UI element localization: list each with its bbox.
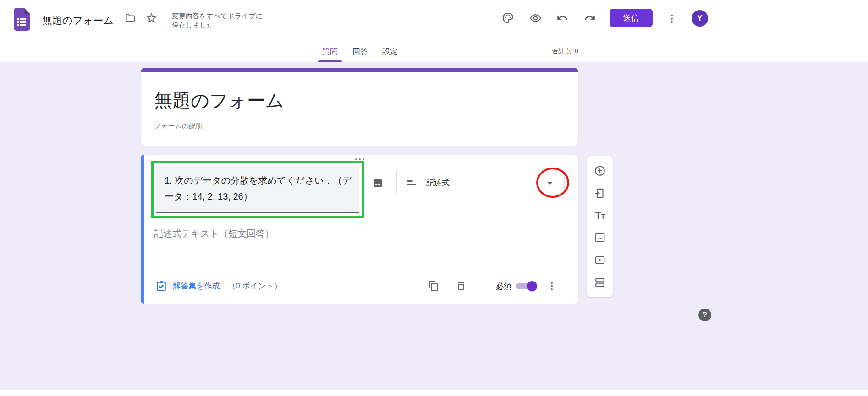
- copy-icon: [428, 281, 439, 292]
- answer-key-icon: [155, 280, 167, 292]
- form-canvas: 無題のフォーム フォームの説明 1. 次のデータの分散を求めてください．（デ ー…: [0, 62, 868, 390]
- duplicate-question-button[interactable]: [425, 277, 442, 295]
- theme-color-bar: [141, 68, 578, 72]
- image-icon: [594, 232, 606, 244]
- account-avatar[interactable]: Y: [692, 10, 708, 27]
- question-more-button[interactable]: [543, 277, 560, 295]
- form-title-card: 無題のフォーム フォームの説明: [141, 68, 578, 146]
- green-annotation-box: 1. 次のデータの分散を求めてください．（デ ータ：14, 2, 13, 26）: [151, 161, 364, 218]
- form-description-input[interactable]: フォームの説明: [154, 122, 203, 130]
- import-questions-button[interactable]: [591, 184, 609, 202]
- required-toggle[interactable]: [516, 280, 538, 292]
- header: 無題のフォーム 変更内容をすべてドライブに 保存しました: [0, 0, 868, 41]
- save-status: 変更内容をすべてドライブに 保存しました: [172, 11, 263, 30]
- question-type-dropdown[interactable]: 記述式: [396, 170, 565, 195]
- answer-underline: [154, 241, 360, 241]
- section-icon: [594, 277, 606, 288]
- question-title-input[interactable]: 1. 次のデータの分散を求めてください．（デ ータ：14, 2, 13, 26）: [156, 166, 359, 213]
- required-label: 必須: [496, 281, 511, 292]
- chevron-down-icon: [547, 182, 553, 185]
- document-title[interactable]: 無題のフォーム: [42, 0, 114, 41]
- add-question-button[interactable]: [591, 162, 609, 180]
- add-circle-icon: [594, 165, 606, 177]
- folder-icon: [125, 12, 136, 23]
- google-forms-editor: 無題のフォーム 変更内容をすべてドライブに 保存しました: [0, 0, 868, 396]
- add-video-button[interactable]: [591, 251, 609, 269]
- question-title-line2: ータ：14, 2, 13, 26）: [165, 189, 351, 205]
- kebab-menu-icon: [666, 13, 677, 24]
- tab-questions[interactable]: 質問: [320, 41, 340, 62]
- redo-icon: [584, 12, 596, 24]
- delete-question-button[interactable]: [452, 277, 470, 295]
- toggle-thumb: [527, 281, 537, 291]
- trash-icon: [456, 281, 467, 292]
- theme-button[interactable]: [498, 8, 518, 28]
- add-title-text-button[interactable]: TT: [591, 206, 609, 225]
- move-folder-button[interactable]: [120, 8, 140, 28]
- question-type-label: 記述式: [426, 170, 450, 195]
- undo-icon: [556, 12, 568, 24]
- total-points: 合計点: 0: [552, 47, 578, 55]
- star-icon: [145, 12, 158, 24]
- import-questions-icon: [594, 187, 606, 199]
- answer-key-label[interactable]: 解答集を作成: [173, 281, 220, 291]
- tab-settings[interactable]: 設定: [380, 41, 400, 62]
- help-button[interactable]: ?: [698, 309, 711, 321]
- drag-handle-icon[interactable]: [141, 158, 578, 160]
- short-answer-placeholder[interactable]: 記述式テキスト（短文回答）: [154, 228, 274, 240]
- palette-icon: [502, 12, 514, 24]
- undo-button[interactable]: [552, 8, 572, 28]
- help-icon: ?: [703, 311, 707, 319]
- active-tab-underline: [318, 60, 342, 62]
- add-image-button[interactable]: [591, 228, 609, 247]
- card-divider: [152, 267, 567, 267]
- send-button[interactable]: 送信: [610, 9, 653, 27]
- tab-bar: 質問 回答 設定 合計点: 0: [0, 41, 868, 62]
- kebab-menu-icon: [546, 281, 557, 292]
- tab-responses[interactable]: 回答: [350, 41, 370, 62]
- bottom-strip: [0, 390, 868, 396]
- forms-logo-icon[interactable]: [12, 8, 30, 31]
- answer-key-button[interactable]: [154, 278, 169, 294]
- image-icon: [372, 178, 383, 189]
- star-button[interactable]: [141, 8, 161, 28]
- redo-button[interactable]: [580, 8, 600, 28]
- short-answer-icon: [407, 179, 418, 187]
- header-more-button[interactable]: [663, 10, 681, 28]
- footer-separator: [484, 277, 484, 295]
- question-card: 1. 次のデータの分散を求めてください．（デ ータ：14, 2, 13, 26）…: [141, 155, 578, 304]
- add-question-image-button[interactable]: [368, 174, 387, 192]
- insert-toolbar: TT: [587, 156, 613, 297]
- title-text-icon: TT: [595, 210, 605, 222]
- question-title-line1: 1. 次のデータの分散を求めてください．（デ: [165, 173, 351, 189]
- video-icon: [594, 254, 606, 266]
- form-title-input[interactable]: 無題のフォーム: [154, 88, 284, 113]
- selected-question-indicator: [141, 155, 144, 304]
- points-label: （0 ポイント）: [228, 281, 282, 291]
- preview-eye-icon: [529, 12, 542, 24]
- preview-button[interactable]: [525, 8, 545, 28]
- add-section-button[interactable]: [591, 273, 609, 292]
